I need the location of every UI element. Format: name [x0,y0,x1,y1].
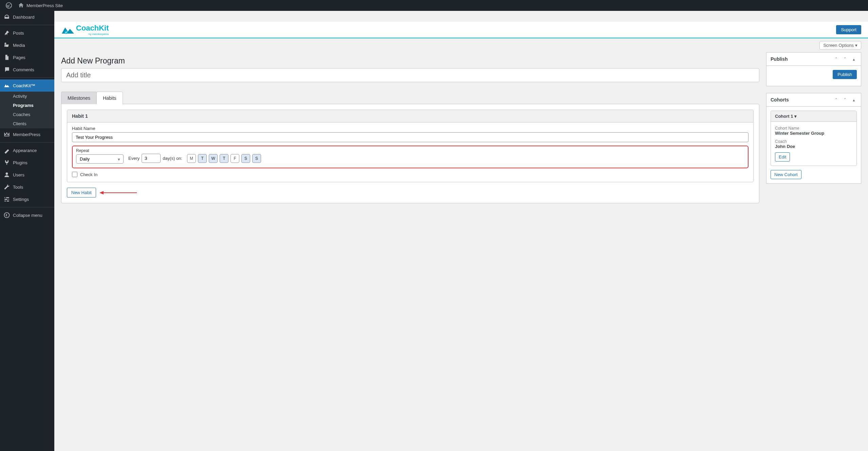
checkin-label: Check In [80,172,97,177]
edit-cohort-button[interactable]: Edit [775,152,790,162]
repeat-highlight-box: Repeat Daily Every [72,146,749,168]
day-toggle-6[interactable]: S [252,154,261,163]
day-toggle-0[interactable]: M [187,154,196,163]
collapse-icon [3,212,10,219]
sidebar-item-collapse[interactable]: Collapse menu [0,209,54,221]
day-toggle-2[interactable]: W [209,154,218,163]
publish-box: Publish ˄ ˅ ▴ Publish [766,52,861,86]
coach-value: John Doe [775,144,852,149]
sidebar-item-users[interactable]: Users [0,169,54,181]
day-selector: MTWTFSS [187,154,261,164]
site-link[interactable]: MemberPress Site [15,0,66,11]
tools-icon [3,184,10,190]
sidebar-item-media[interactable]: Media [0,39,54,51]
coach-label: Coach [775,139,852,144]
repeat-label: Repeat [76,148,124,153]
brand-bar: CoachKit by memberpress Support [54,22,868,38]
move-down-icon[interactable]: ˅ [842,97,848,103]
svg-point-8 [4,213,10,218]
cohorts-title: Cohorts [771,97,789,102]
media-icon [3,42,10,49]
users-icon [3,171,10,178]
habit-card: Habit 1 Habit Name Repeat [67,110,754,182]
program-title-input[interactable] [61,68,759,82]
submenu-programs[interactable]: Programs [0,101,54,110]
chevron-down-icon: ▾ [855,43,857,48]
svg-point-6 [7,199,8,200]
tab-milestones[interactable]: Milestones [61,92,97,104]
site-name: MemberPress Site [26,3,63,8]
habit-name-input[interactable] [72,132,749,142]
publish-button[interactable]: Publish [833,70,857,79]
sidebar-item-comments[interactable]: Comments [0,63,54,76]
svg-marker-11 [99,191,104,194]
sidebar-item-dashboard[interactable]: Dashboard [0,11,54,23]
svg-point-7 [6,201,7,202]
pages-icon [3,54,10,61]
sidebar-item-posts[interactable]: Posts [0,27,54,39]
sidebar-item-memberpress[interactable]: MemberPress [0,128,54,140]
coachkit-icon [3,82,10,89]
publish-title: Publish [771,56,788,62]
sidebar-item-settings[interactable]: Settings [0,193,54,205]
plugins-icon [3,159,10,166]
move-up-icon[interactable]: ˄ [833,56,839,62]
habit-tabs: Milestones Habits [61,92,759,104]
annotation-arrow [99,190,137,195]
support-button[interactable]: Support [836,25,861,34]
cohort-name-value: Winter Semester Group [775,131,852,136]
svg-point-5 [5,197,6,198]
toggle-panel-icon[interactable]: ▴ [851,56,857,62]
screen-options-toggle[interactable]: Screen Options ▾ [819,41,861,50]
chevron-down-icon: ▾ [794,114,797,119]
main-content: CoachKit by memberpress Support Screen O… [54,22,868,451]
submenu-activity[interactable]: Activity [0,92,54,101]
day-toggle-1[interactable]: T [198,154,207,163]
svg-point-1 [6,172,8,175]
cohort-name-label: Cohort Name [775,126,852,131]
cohort-card-toggle[interactable]: Cohort 1 ▾ [771,111,856,122]
submenu-clients[interactable]: Clients [0,119,54,128]
day-toggle-5[interactable]: S [241,154,250,163]
wp-logo[interactable] [3,0,15,11]
page-heading: Add New Program [61,56,759,65]
sidebar-item-plugins[interactable]: Plugins [0,156,54,169]
toggle-panel-icon[interactable]: ▴ [851,97,857,103]
sidebar-item-coachkit[interactable]: CoachKit™ [0,79,54,92]
coachkit-logo-icon [61,25,75,35]
submenu-coaches[interactable]: Coaches [0,110,54,119]
settings-icon [3,196,10,203]
days-on-label: day(s) on: [163,156,182,161]
checkin-checkbox[interactable] [72,172,77,177]
appearance-icon [3,147,10,154]
repeat-select[interactable]: Daily [76,154,124,164]
every-label: Every [128,156,140,161]
coachkit-submenu: Activity Programs Coaches Clients [0,92,54,128]
sidebar-item-pages[interactable]: Pages [0,51,54,63]
comments-icon [3,66,10,73]
sidebar-item-appearance[interactable]: Appearance [0,144,54,156]
habit-card-title[interactable]: Habit 1 [67,110,753,123]
habits-panel: Habit 1 Habit Name Repeat [61,104,759,203]
new-cohort-button[interactable]: New Cohort [771,170,801,179]
admin-bar: MemberPress Site [0,0,868,11]
tab-habits[interactable]: Habits [96,92,123,104]
habit-name-label: Habit Name [72,126,749,131]
dashboard-icon [3,14,10,20]
every-input[interactable] [142,154,161,163]
cohorts-box: Cohorts ˄ ˅ ▴ Cohort 1 ▾ Cohort [766,93,861,184]
move-down-icon[interactable]: ˅ [842,56,848,62]
pin-icon [3,30,10,36]
new-habit-button[interactable]: New Habit [67,188,96,198]
sidebar-item-tools[interactable]: Tools [0,181,54,193]
coachkit-logo: CoachKit by memberpress [61,24,109,36]
day-toggle-4[interactable]: F [230,154,239,163]
home-icon [18,2,24,9]
move-up-icon[interactable]: ˄ [833,97,839,103]
memberpress-icon [3,131,10,138]
admin-sidebar: Dashboard Posts Media Pages Comments Coa… [0,11,54,451]
day-toggle-3[interactable]: T [220,154,228,163]
cohort-card: Cohort 1 ▾ Cohort Name Winter Semester G… [771,111,857,166]
